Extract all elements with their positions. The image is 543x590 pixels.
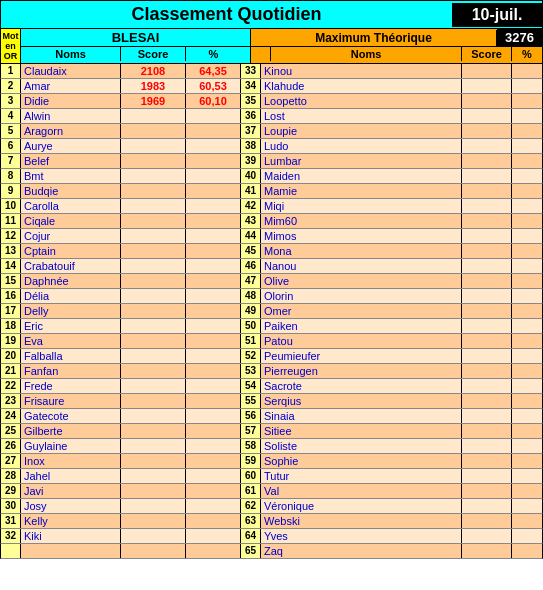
- row-number-right: 55: [241, 394, 261, 408]
- row-number-left: 5: [1, 124, 21, 138]
- player-pct-right: [512, 334, 542, 348]
- player-pct-left: [186, 499, 241, 513]
- row-number-left: 32: [1, 529, 21, 543]
- player-pct-left: [186, 169, 241, 183]
- row-number-left: 20: [1, 349, 21, 363]
- player-score-left: [121, 154, 186, 168]
- player-score-right: [462, 349, 512, 363]
- row-number-right: 35: [241, 94, 261, 108]
- player-name-right: Mona: [261, 244, 462, 258]
- row-number-left: 3: [1, 94, 21, 108]
- player-name-right: Sinaia: [261, 409, 462, 423]
- row-number-left: 14: [1, 259, 21, 273]
- player-score-right: [462, 379, 512, 393]
- player-name-right: Zaq: [261, 544, 462, 558]
- table-row: 16Délia48Olorin: [0, 289, 543, 304]
- table-row: 21Fanfan53Pierreugen: [0, 364, 543, 379]
- player-name-right: Sitiee: [261, 424, 462, 438]
- table-row: 31Kelly63Webski: [0, 514, 543, 529]
- row-number-left: 2: [1, 79, 21, 93]
- row-number-left: 6: [1, 139, 21, 153]
- player-pct-right: [512, 304, 542, 318]
- player-pct-right: [512, 394, 542, 408]
- row-number-left: 22: [1, 379, 21, 393]
- player-name-right: Serqius: [261, 394, 462, 408]
- table-row: 3Didie196960,1035Loopetto: [0, 94, 543, 109]
- player-pct-right: [512, 214, 542, 228]
- row-number-right: 53: [241, 364, 261, 378]
- player-name-right: Val: [261, 484, 462, 498]
- right-pct-header: %: [512, 47, 542, 61]
- row-number-right: 33: [241, 64, 261, 78]
- player-score-right: [462, 109, 512, 123]
- player-score-left: [121, 289, 186, 303]
- table-row: 5Aragorn37Loupie: [0, 124, 543, 139]
- max-score-value: 3276: [497, 29, 542, 46]
- player-pct-right: [512, 124, 542, 138]
- player-name-left: Cojur: [21, 229, 121, 243]
- player-pct-left: [186, 364, 241, 378]
- row-number-right: 51: [241, 334, 261, 348]
- row-number-right: 56: [241, 409, 261, 423]
- row-number-right: 49: [241, 304, 261, 318]
- table-row: 15Daphnée47Olive: [0, 274, 543, 289]
- row-number-right: 45: [241, 244, 261, 258]
- row-number-left: 30: [1, 499, 21, 513]
- player-name-left: Eric: [21, 319, 121, 333]
- row-number-right: 64: [241, 529, 261, 543]
- player-score-right: [462, 319, 512, 333]
- blesai-noms-header: Noms: [21, 47, 121, 61]
- row-number-right: 37: [241, 124, 261, 138]
- player-pct-right: [512, 319, 542, 333]
- player-pct-right: [512, 544, 542, 558]
- max-theo-label: Maximum Théorique: [251, 30, 497, 46]
- player-score-right: [462, 529, 512, 543]
- player-pct-right: [512, 289, 542, 303]
- player-score-right: [462, 214, 512, 228]
- player-name-right: Omer: [261, 304, 462, 318]
- player-score-left: 1969: [121, 94, 186, 108]
- player-pct-left: [186, 154, 241, 168]
- table-row: 25Gilberte57Sitiee: [0, 424, 543, 439]
- player-pct-left: [186, 274, 241, 288]
- table-row: 23Frisaure55Serqius: [0, 394, 543, 409]
- page-title: Classement Quotidien: [1, 1, 452, 28]
- player-score-left: [121, 334, 186, 348]
- player-name-right: Nanou: [261, 259, 462, 273]
- row-number-right: 65: [241, 544, 261, 558]
- player-pct-right: [512, 454, 542, 468]
- player-score-left: [121, 394, 186, 408]
- player-score-right: [462, 514, 512, 528]
- table-row: 8Bmt40Maiden: [0, 169, 543, 184]
- player-score-left: [121, 199, 186, 213]
- player-name-left: Josy: [21, 499, 121, 513]
- player-pct-right: [512, 139, 542, 153]
- row-number-right: 60: [241, 469, 261, 483]
- table-row: 1Claudaix210864,3533Kinou: [0, 64, 543, 79]
- player-name-right: Mimos: [261, 229, 462, 243]
- table-row: 18Eric50Paiken: [0, 319, 543, 334]
- table-row: 65Zaq: [0, 544, 543, 559]
- table-row: 11Ciqale43Mim60: [0, 214, 543, 229]
- row-number-left: 21: [1, 364, 21, 378]
- player-name-left: Aragorn: [21, 124, 121, 138]
- row-number-right: 52: [241, 349, 261, 363]
- row-number-left: [1, 544, 21, 558]
- table-row: 29Javi61Val: [0, 484, 543, 499]
- row-number-left: 8: [1, 169, 21, 183]
- player-pct-left: [186, 304, 241, 318]
- row-number-left: 7: [1, 154, 21, 168]
- max-theo-section: Maximum Théorique 3276 Noms Score %: [251, 29, 542, 63]
- player-pct-left: [186, 484, 241, 498]
- table-row: 2Amar198360,5334Klahude: [0, 79, 543, 94]
- row-number-right: 39: [241, 154, 261, 168]
- player-name-left: Kelly: [21, 514, 121, 528]
- player-pct-right: [512, 169, 542, 183]
- player-pct-left: [186, 184, 241, 198]
- player-name-right: Peumieufer: [261, 349, 462, 363]
- player-score-left: [121, 424, 186, 438]
- player-pct-left: [186, 514, 241, 528]
- row-number-right: 44: [241, 229, 261, 243]
- player-name-right: Lumbar: [261, 154, 462, 168]
- row-number-left: 12: [1, 229, 21, 243]
